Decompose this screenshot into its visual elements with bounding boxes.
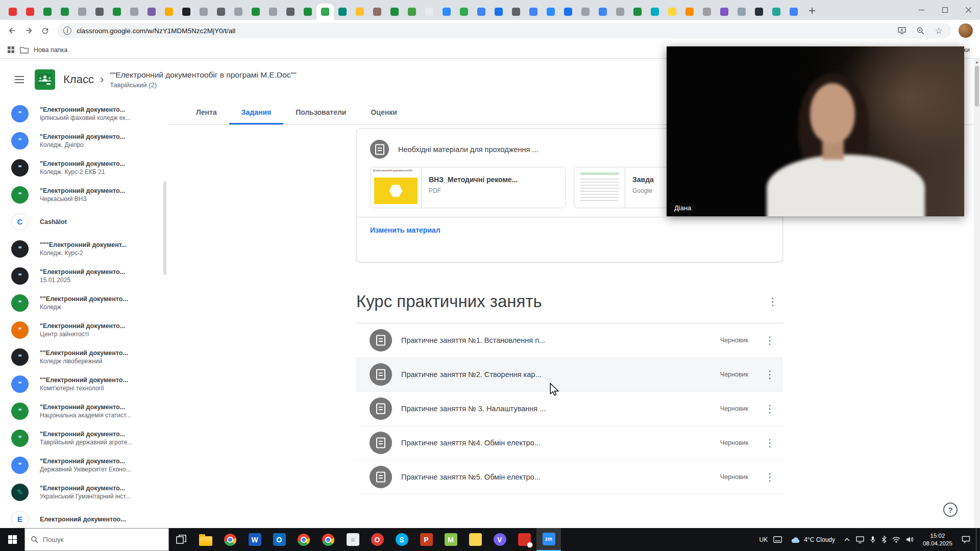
page-title[interactable]: ""Електронний документообіг в програмі M… [110,70,296,80]
reload-button[interactable] [37,22,53,39]
outlook-taskbar-icon[interactable]: O [267,528,291,551]
help-button[interactable]: ? [943,503,958,517]
sidebar-course-item[interactable]: ""Електронний документо...Ірпінський фах… [0,100,168,127]
browser-tab[interactable] [629,4,646,20]
file-explorer-taskbar-icon[interactable] [193,528,218,551]
install-icon[interactable] [895,24,909,37]
browser-tab[interactable] [212,4,230,20]
assignment-row[interactable]: Практичне заняття №1. Встановлення п... … [356,323,783,358]
zoom-page-icon[interactable] [914,24,927,37]
browser-tab[interactable] [733,4,750,20]
browser-tab[interactable] [351,4,369,20]
skype-taskbar-icon[interactable]: S [389,528,414,551]
scroll-up-arrow[interactable]: ▲ [974,59,980,65]
notepad-taskbar-icon[interactable]: ≡ [340,528,365,551]
browser-tab[interactable] [490,4,507,20]
browser-tab[interactable] [768,4,785,20]
close-button[interactable] [957,0,980,20]
sidebar-course-item[interactable]: """Електронний документо...Коледж лівобе… [0,343,168,370]
browser-tab[interactable] [525,4,542,20]
browser-tab[interactable] [403,4,421,20]
chrome-profile-taskbar-icon[interactable] [316,528,340,551]
sidebar-course-item[interactable]: CCashälot [0,208,168,235]
browser-tab[interactable] [421,4,438,20]
assignment-row[interactable]: Практичне заняття №5. Обмін електро... Ч… [356,460,783,494]
assignment-row[interactable]: Практичне заняття №2. Створення кар... Ч… [356,358,783,392]
browser-tab[interactable] [473,4,490,20]
browser-tab[interactable] [542,4,559,20]
browser-tab[interactable] [74,4,91,20]
tab-people[interactable]: Пользователи [283,100,358,124]
assignment-row[interactable]: Практичне заняття № 3. Налаштування ... … [356,392,783,426]
assignment-row[interactable]: Практичне заняття №4. Обмін електро... Ч… [356,426,783,460]
apps-grid-icon[interactable] [7,46,15,54]
microphone-tray-icon[interactable] [870,536,876,543]
tab-classwork[interactable]: Задания [229,100,283,124]
browser-tab[interactable] [160,4,178,20]
bluetooth-tray-icon[interactable] [881,536,887,543]
forward-button[interactable] [20,22,37,39]
zoom-taskbar-icon[interactable]: zm [536,528,561,551]
sidebar-course-item[interactable]: ""Електронний документо...Національна ак… [0,397,168,424]
maximize-button[interactable] [933,0,957,20]
page-scrollbar[interactable]: ▲ [974,59,980,528]
browser-tab[interactable] [646,4,664,20]
show-hidden-icons-chevron[interactable] [844,537,850,542]
sidebar-course-item[interactable]: ""Електронний документо...Коледж. Курс-2… [0,154,168,181]
sidebar-course-item[interactable]: """Електронний документо...Коледж [0,289,168,316]
assignment-menu-button[interactable]: ⋮ [760,364,780,385]
main-menu-button[interactable] [7,67,32,92]
sidebar-course-item[interactable]: """Електронний документо...Комп'ютерні т… [0,370,168,397]
bookmark-folder[interactable]: Нова папка [34,46,67,54]
volume-tray-icon[interactable] [906,536,914,543]
viber-taskbar-icon[interactable]: V [487,528,512,551]
browser-tab[interactable] [143,4,160,20]
browser-tab[interactable] [178,4,195,20]
browser-tab[interactable] [21,4,39,20]
browser-tab[interactable] [316,4,334,20]
address-bar[interactable]: i classroom.google.com/w/NzY1MDM5Nzc2MjY… [57,23,951,38]
taskbar-search[interactable]: Пошук [24,528,169,551]
browser-tab[interactable] [559,4,577,20]
chrome-taskbar-icon[interactable] [291,528,316,551]
back-button[interactable] [4,22,20,39]
taskbar-clock[interactable]: 15:02 08.04.2025 [919,532,956,547]
sidebar-course-item[interactable]: EЕлектронний документоо... [0,506,168,528]
assignment-menu-button[interactable]: ⋮ [760,467,780,487]
browser-tab[interactable] [264,4,282,20]
sidebar-course-item[interactable]: ""Електронний документо...Державний Унів… [0,452,168,479]
sidebar-course-item[interactable]: ""Електронний документо...Черкаський ВНЗ [0,181,168,208]
browser-tab[interactable] [195,4,212,20]
new-tab-button[interactable] [805,4,819,17]
language-indicator[interactable]: UK [760,536,768,543]
display-tray-icon[interactable] [856,536,864,543]
breadcrumb[interactable]: Класс [63,73,94,86]
word-taskbar-icon[interactable]: W [242,528,267,551]
powerpoint-taskbar-icon[interactable]: P [414,528,438,551]
material-title[interactable]: Необхідні матеріали для проходження ... [398,145,538,154]
webcam-video-overlay[interactable]: Діана [667,46,964,216]
assignment-menu-button[interactable]: ⋮ [760,433,780,453]
browser-tab[interactable] [282,4,299,20]
edge-browser-taskbar-icon[interactable] [218,528,242,551]
opera-taskbar-icon[interactable]: O [365,528,389,551]
site-info-icon[interactable]: i [63,27,71,35]
sidebar-course-item[interactable]: ""Електронний документо...Центр зайнятос… [0,316,168,343]
browser-tab[interactable] [455,4,473,20]
browser-tab[interactable] [507,4,525,20]
url-text[interactable]: classroom.google.com/w/NzY1MDM5Nzc2MjY0/… [77,27,890,35]
browser-tab[interactable] [594,4,611,20]
browser-tab[interactable] [91,4,108,20]
sidebar-course-item[interactable]: ✎"Електронний документо...Український Гу… [0,479,168,506]
assignment-menu-button[interactable]: ⋮ [760,330,780,350]
profile-avatar[interactable] [959,23,973,38]
tab-grades[interactable]: Оценки [358,100,409,124]
task-view-button[interactable] [169,528,193,551]
sidebar-course-item[interactable]: ""Електронний документо...15.01.2025 [0,262,168,289]
browser-tab[interactable] [577,4,594,20]
tab-stream[interactable]: Лента [184,100,229,124]
sidebar-course-item[interactable]: """"Електронний документ...Коледж. Курс-… [0,235,168,262]
network-tray-icon[interactable] [892,536,900,543]
browser-tab[interactable] [39,4,56,20]
browser-tab[interactable] [785,4,802,20]
